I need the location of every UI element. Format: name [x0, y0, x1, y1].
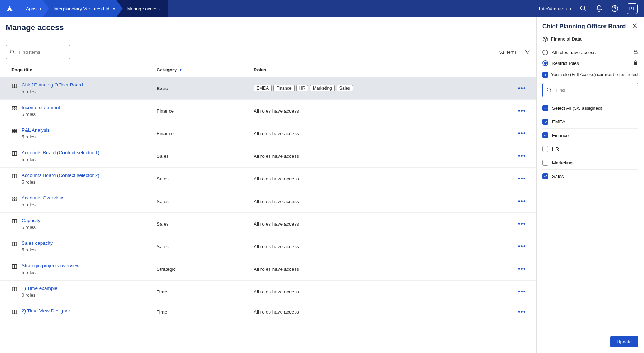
side-search-input[interactable] — [556, 88, 634, 93]
row-title-link[interactable]: P&L Analysis — [22, 127, 50, 133]
row-category: Sales — [157, 221, 254, 227]
row-actions-button[interactable]: ••• — [513, 153, 531, 159]
row-actions-button[interactable]: ••• — [513, 243, 531, 250]
help-button[interactable] — [611, 5, 619, 13]
row-actions-button[interactable]: ••• — [513, 288, 531, 295]
table-row[interactable]: Capacity5 rolesSalesAll roles have acces… — [0, 213, 536, 235]
row-subtitle: 5 roles — [22, 157, 99, 162]
chevron-down-icon: ▾ — [180, 67, 182, 72]
row-actions-button[interactable]: ••• — [513, 108, 531, 114]
row-title-link[interactable]: Sales capacity — [22, 240, 53, 246]
table-row[interactable]: Chief Planning Officer Board5 rolesExecE… — [0, 77, 536, 100]
filter-button[interactable] — [524, 48, 531, 56]
workspace-switcher[interactable]: InterVentures ▾ — [539, 6, 571, 11]
role-checkbox-row[interactable]: Marketing — [542, 156, 638, 169]
row-title-link[interactable]: Strategic projects overview — [22, 263, 79, 268]
role-label: Sales — [552, 174, 564, 179]
report-icon — [11, 105, 17, 112]
radio-restrict-roles[interactable]: Restrict roles — [542, 58, 638, 69]
checkbox-checked-icon — [542, 132, 548, 138]
table-row[interactable]: 2) Time View DesignerTimeAll roles have … — [0, 303, 536, 321]
radio-icon — [542, 50, 548, 55]
row-actions-button[interactable]: ••• — [513, 198, 531, 204]
item-count: 51 items — [499, 50, 517, 55]
role-checkbox-row[interactable]: HR — [542, 142, 638, 156]
row-category: Sales — [157, 244, 254, 249]
board-icon — [11, 83, 17, 90]
role-label: Finance — [552, 133, 569, 138]
notifications-button[interactable] — [595, 5, 603, 13]
board-icon — [11, 241, 17, 248]
row-title-link[interactable]: 2) Time View Designer — [22, 308, 70, 314]
svg-point-0 — [581, 6, 585, 10]
row-actions-button[interactable]: ••• — [513, 175, 531, 182]
row-title-link[interactable]: Capacity — [22, 218, 41, 223]
column-category[interactable]: Category ▾ — [157, 67, 254, 72]
side-search-box[interactable] — [542, 83, 638, 97]
role-label: EMEA — [552, 119, 565, 124]
svg-rect-21 — [15, 197, 17, 198]
checkbox-unchecked-icon — [542, 160, 548, 166]
svg-rect-27 — [15, 242, 17, 246]
row-actions-button[interactable]: ••• — [513, 266, 531, 272]
checkbox-checked-icon — [542, 119, 548, 125]
checkbox-indeterminate-icon — [542, 105, 548, 111]
board-icon — [11, 264, 17, 270]
svg-line-39 — [550, 91, 551, 92]
role-checkbox-row[interactable]: EMEA — [542, 115, 638, 128]
table-row[interactable]: 1) Time example0 rolesTimeAll roles have… — [0, 281, 536, 303]
breadcrumb-org-label: Interplanetary Ventures Ltd — [54, 6, 110, 11]
row-title-link[interactable]: Chief Planning Officer Board — [22, 82, 83, 88]
row-roles: All roles have access — [254, 131, 513, 136]
table-row[interactable]: Accounts Board (Context selector 2)5 rol… — [0, 168, 536, 190]
app-logo[interactable] — [0, 0, 19, 17]
row-title-link[interactable]: Income statement — [22, 105, 60, 110]
role-list: EMEAFinanceHRMarketingSales — [542, 115, 638, 183]
row-actions-button[interactable]: ••• — [513, 130, 531, 137]
module-label: Financial Data — [542, 36, 638, 47]
table-row[interactable]: Sales capacity5 rolesSalesAll roles have… — [0, 235, 536, 258]
table-row[interactable]: P&L Analysis5 rolesFinanceAll roles have… — [0, 122, 536, 145]
row-title-link[interactable]: Accounts Overview — [22, 195, 63, 201]
svg-rect-24 — [12, 220, 14, 223]
close-button[interactable] — [631, 22, 638, 30]
board-icon — [11, 218, 17, 225]
checkbox-checked-icon — [542, 173, 548, 179]
svg-rect-28 — [12, 265, 14, 269]
svg-rect-33 — [15, 310, 17, 314]
breadcrumb-org[interactable]: Interplanetary Ventures Ltd ▾ — [43, 0, 124, 17]
user-avatar[interactable]: PT — [627, 3, 638, 14]
svg-rect-14 — [12, 131, 14, 133]
role-checkbox-row[interactable]: Finance — [542, 128, 638, 142]
row-actions-button[interactable]: ••• — [513, 221, 531, 227]
report-icon — [11, 196, 17, 203]
row-title-link[interactable]: Accounts Board (Context selector 1) — [22, 150, 99, 155]
row-title-link[interactable]: 1) Time example — [22, 286, 57, 291]
svg-rect-18 — [12, 174, 14, 178]
svg-point-3 — [615, 10, 615, 11]
svg-rect-26 — [12, 242, 14, 246]
table-row[interactable]: Strategic projects overview5 rolesStrate… — [0, 258, 536, 281]
table-row[interactable]: Accounts Overview5 rolesSalesAll roles h… — [0, 190, 536, 213]
search-input[interactable] — [19, 50, 66, 55]
search-box[interactable] — [6, 45, 70, 59]
search-button[interactable] — [579, 5, 587, 13]
role-tag: Marketing — [310, 85, 335, 91]
info-message: i Your role (Full Access) cannot be rest… — [542, 69, 638, 83]
board-icon — [11, 286, 17, 293]
row-actions-button[interactable]: ••• — [513, 309, 531, 315]
radio-all-roles[interactable]: All roles have access — [542, 47, 638, 58]
help-icon — [611, 5, 618, 12]
role-checkbox-row[interactable]: Sales — [542, 169, 638, 183]
update-button[interactable]: Update — [610, 336, 638, 347]
row-title-link[interactable]: Accounts Board (Context selector 2) — [22, 173, 99, 178]
table-row[interactable]: Accounts Board (Context selector 1)5 rol… — [0, 145, 536, 168]
svg-rect-20 — [12, 197, 14, 198]
role-tag: Finance — [273, 85, 295, 91]
svg-rect-7 — [15, 84, 17, 88]
svg-rect-32 — [12, 310, 14, 314]
role-tag: Sales — [337, 85, 353, 91]
table-row[interactable]: Income statement5 rolesFinanceAll roles … — [0, 100, 536, 122]
row-actions-button[interactable]: ••• — [513, 85, 531, 91]
select-all-checkbox[interactable]: Select All (5/5 assigned) — [542, 102, 638, 115]
